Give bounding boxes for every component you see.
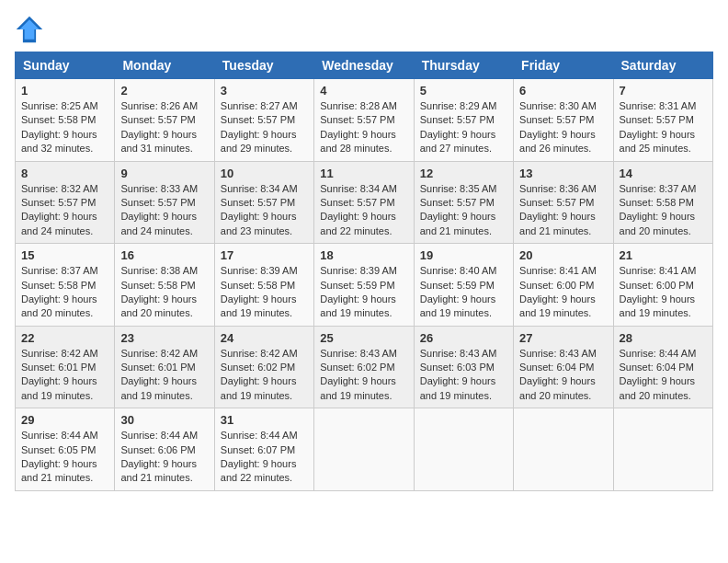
cell-info: Daylight: 9 hours and 20 minutes. [620, 374, 707, 403]
day-number: 15 [21, 248, 108, 262]
calendar-cell: 10Sunrise: 8:34 AMSunset: 5:57 PMDayligh… [214, 161, 313, 244]
cell-info: Sunrise: 8:35 AM [420, 182, 507, 196]
calendar-cell: 15Sunrise: 8:37 AMSunset: 5:58 PMDayligh… [16, 244, 115, 327]
cell-info: Sunrise: 8:36 AM [519, 182, 607, 196]
cell-info: Daylight: 9 hours and 22 minutes. [320, 210, 407, 238]
cell-info: Daylight: 9 hours and 19 minutes. [221, 374, 308, 403]
cell-info: Sunset: 5:57 PM [21, 196, 108, 210]
cell-info: Sunset: 5:57 PM [320, 196, 407, 210]
calendar-table: Sunday Monday Tuesday Wednesday Thursday… [15, 52, 713, 491]
col-tuesday: Tuesday [214, 52, 313, 79]
cell-info: Sunset: 6:06 PM [120, 443, 208, 457]
cell-info: Sunrise: 8:44 AM [120, 429, 208, 442]
cell-info: Daylight: 9 hours and 19 minutes. [120, 374, 208, 403]
calendar-week-row: 15Sunrise: 8:37 AMSunset: 5:58 PMDayligh… [16, 244, 713, 327]
cell-info: Sunset: 5:57 PM [320, 113, 407, 127]
cell-info: Daylight: 9 hours and 31 minutes. [120, 128, 208, 156]
svg-marker-1 [19, 19, 39, 39]
cell-info: Sunset: 6:04 PM [620, 361, 707, 374]
calendar-cell: 20Sunrise: 8:41 AMSunset: 6:00 PMDayligh… [514, 244, 613, 327]
cell-info: Daylight: 9 hours and 19 minutes. [320, 374, 407, 403]
day-number: 25 [320, 331, 407, 345]
calendar-cell: 7Sunrise: 8:31 AMSunset: 5:57 PMDaylight… [613, 79, 712, 162]
logo-icon [15, 15, 44, 44]
cell-info: Sunrise: 8:40 AM [420, 264, 507, 278]
cell-info: Sunset: 6:05 PM [21, 443, 108, 457]
cell-info: Sunrise: 8:41 AM [620, 264, 707, 278]
cell-info: Sunset: 5:58 PM [120, 279, 208, 293]
calendar-cell: 16Sunrise: 8:38 AMSunset: 5:58 PMDayligh… [115, 244, 214, 327]
cell-info: Sunrise: 8:37 AM [620, 182, 707, 196]
day-number: 10 [221, 167, 308, 180]
cell-info: Sunset: 5:57 PM [519, 196, 607, 210]
cell-info: Sunrise: 8:33 AM [120, 182, 208, 196]
col-friday: Friday [514, 52, 613, 79]
day-number: 7 [620, 84, 707, 98]
day-number: 1 [21, 84, 108, 98]
day-number: 23 [120, 331, 208, 345]
cell-info: Daylight: 9 hours and 19 minutes. [420, 374, 507, 403]
day-number: 9 [120, 167, 208, 180]
day-number: 11 [320, 167, 407, 180]
cell-info: Daylight: 9 hours and 21 minutes. [120, 457, 208, 486]
calendar-cell: 25Sunrise: 8:43 AMSunset: 6:02 PMDayligh… [314, 326, 414, 408]
cell-info: Daylight: 9 hours and 19 minutes. [420, 293, 507, 321]
cell-info: Sunrise: 8:37 AM [21, 264, 108, 278]
calendar-cell: 30Sunrise: 8:44 AMSunset: 6:06 PMDayligh… [115, 408, 214, 491]
cell-info: Daylight: 9 hours and 24 minutes. [21, 210, 108, 238]
cell-info: Daylight: 9 hours and 21 minutes. [21, 457, 108, 486]
calendar-cell: 12Sunrise: 8:35 AMSunset: 5:57 PMDayligh… [414, 161, 513, 244]
calendar-cell: 28Sunrise: 8:44 AMSunset: 6:04 PMDayligh… [613, 326, 712, 408]
calendar-cell: 22Sunrise: 8:42 AMSunset: 6:01 PMDayligh… [16, 326, 115, 408]
cell-info: Daylight: 9 hours and 27 minutes. [420, 128, 507, 156]
calendar-cell [414, 408, 513, 491]
day-number: 31 [221, 413, 308, 427]
day-number: 2 [120, 84, 208, 98]
calendar-cell: 14Sunrise: 8:37 AMSunset: 5:58 PMDayligh… [613, 161, 712, 244]
day-number: 14 [620, 167, 707, 180]
cell-info: Daylight: 9 hours and 22 minutes. [221, 457, 308, 486]
calendar-cell: 21Sunrise: 8:41 AMSunset: 6:00 PMDayligh… [613, 244, 712, 327]
day-number: 3 [221, 84, 308, 98]
cell-info: Daylight: 9 hours and 28 minutes. [320, 128, 407, 156]
day-number: 4 [320, 84, 407, 98]
cell-info: Daylight: 9 hours and 26 minutes. [519, 128, 607, 156]
calendar-cell: 13Sunrise: 8:36 AMSunset: 5:57 PMDayligh… [514, 161, 613, 244]
col-sunday: Sunday [16, 52, 115, 79]
calendar-week-row: 8Sunrise: 8:32 AMSunset: 5:57 PMDaylight… [16, 161, 713, 244]
day-number: 21 [620, 248, 707, 262]
calendar-cell: 5Sunrise: 8:29 AMSunset: 5:57 PMDaylight… [414, 79, 513, 162]
calendar-cell [613, 408, 712, 491]
cell-info: Sunrise: 8:42 AM [221, 347, 308, 361]
cell-info: Sunrise: 8:34 AM [320, 182, 407, 196]
cell-info: Sunset: 5:58 PM [21, 113, 108, 127]
cell-info: Sunset: 5:59 PM [320, 279, 407, 293]
cell-info: Sunset: 5:57 PM [519, 113, 607, 127]
calendar-cell: 17Sunrise: 8:39 AMSunset: 5:58 PMDayligh… [214, 244, 313, 327]
calendar-cell: 18Sunrise: 8:39 AMSunset: 5:59 PMDayligh… [314, 244, 414, 327]
day-number: 19 [420, 248, 507, 262]
cell-info: Daylight: 9 hours and 19 minutes. [21, 374, 108, 403]
cell-info: Daylight: 9 hours and 19 minutes. [320, 293, 407, 321]
cell-info: Daylight: 9 hours and 29 minutes. [221, 128, 308, 156]
cell-info: Sunset: 5:58 PM [620, 196, 707, 210]
cell-info: Daylight: 9 hours and 20 minutes. [519, 374, 607, 403]
cell-info: Sunset: 6:00 PM [519, 279, 607, 293]
day-number: 13 [519, 167, 607, 180]
day-number: 27 [519, 331, 607, 345]
cell-info: Sunset: 6:04 PM [519, 361, 607, 374]
cell-info: Sunrise: 8:34 AM [221, 182, 308, 196]
cell-info: Sunset: 5:57 PM [120, 113, 208, 127]
day-number: 29 [21, 413, 108, 427]
cell-info: Sunset: 5:59 PM [420, 279, 507, 293]
cell-info: Sunrise: 8:43 AM [519, 347, 607, 361]
cell-info: Daylight: 9 hours and 19 minutes. [221, 293, 308, 321]
logo [15, 15, 48, 44]
day-number: 20 [519, 248, 607, 262]
cell-info: Sunset: 5:57 PM [620, 113, 707, 127]
calendar-cell: 11Sunrise: 8:34 AMSunset: 5:57 PMDayligh… [314, 161, 414, 244]
calendar-cell: 3Sunrise: 8:27 AMSunset: 5:57 PMDaylight… [214, 79, 313, 162]
calendar-cell: 24Sunrise: 8:42 AMSunset: 6:02 PMDayligh… [214, 326, 313, 408]
cell-info: Sunset: 5:57 PM [120, 196, 208, 210]
cell-info: Sunrise: 8:26 AM [120, 99, 208, 113]
